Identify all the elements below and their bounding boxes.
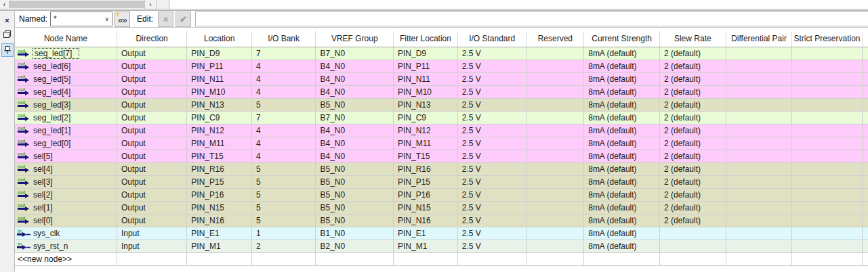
cell-strict_preservation[interactable] <box>792 227 862 240</box>
float-panel-icon[interactable] <box>2 29 12 39</box>
cell-reserved[interactable] <box>526 85 584 98</box>
cell-io_standard[interactable] <box>457 252 526 265</box>
cell-io_standard[interactable]: 2.5 V <box>457 85 526 98</box>
cell-name[interactable]: outseg_led[0] <box>15 137 117 150</box>
cell-differential_pair[interactable] <box>726 85 792 98</box>
cell-fitter_location[interactable]: PIN_N12 <box>394 124 458 137</box>
cell-io_standard[interactable]: 2.5 V <box>457 214 526 227</box>
cell-fitter_location[interactable]: PIN_N13 <box>394 98 458 111</box>
cell-io_bank[interactable]: 5 <box>251 188 316 201</box>
cell-name[interactable]: outsel[1] <box>15 201 117 214</box>
cell-fitter_location[interactable]: PIN_R16 <box>394 162 458 175</box>
cell-vref_group[interactable]: B5_N0 <box>316 214 394 227</box>
cell-io_standard[interactable]: 2.5 V <box>457 162 526 175</box>
cell-direction[interactable]: Output <box>117 175 186 188</box>
column-header-fitter_location[interactable]: Fitter Location <box>394 31 458 47</box>
cell-current_strength[interactable]: 8mA (default) <box>584 98 660 111</box>
cell-io_standard[interactable]: 2.5 V <box>457 175 526 188</box>
cell-current_strength[interactable]: 8mA (default) <box>584 240 660 252</box>
cell-strict_preservation[interactable] <box>792 201 862 214</box>
cell-differential_pair[interactable] <box>726 137 792 150</box>
cell-direction[interactable]: Output <box>117 150 186 162</box>
cell-vref_group[interactable]: B4_N0 <box>316 124 394 137</box>
scroll-left-button[interactable]: ‹ <box>0 0 9 9</box>
column-header-vref_group[interactable]: VREF Group <box>316 31 394 47</box>
cell-io_standard[interactable]: 2.5 V <box>457 201 526 214</box>
cell-location[interactable]: PIN_M10 <box>187 85 252 98</box>
cell-strict_preservation[interactable] <box>792 98 862 111</box>
cell-name[interactable]: insys_clk <box>15 227 117 240</box>
cell-vref_group[interactable]: B4_N0 <box>316 85 394 98</box>
cell-slew_rate[interactable]: 2 (default) <box>660 72 726 85</box>
cell-fitter_location[interactable]: PIN_M10 <box>394 85 458 98</box>
cell-strict_preservation[interactable] <box>792 111 862 124</box>
column-header-io_standard[interactable]: I/O Standard <box>457 31 526 47</box>
cell-io_bank[interactable]: 5 <box>251 175 316 188</box>
cell-name[interactable]: outseg_led[4] <box>15 85 117 98</box>
cell-differential_pair[interactable] <box>726 98 792 111</box>
cell-reserved[interactable] <box>526 227 584 240</box>
cell-io_standard[interactable]: 2.5 V <box>457 111 526 124</box>
column-header-name[interactable]: Node Name <box>15 31 117 47</box>
cell-differential_pair[interactable] <box>726 240 792 252</box>
cell-slew_rate[interactable] <box>660 227 726 240</box>
cell-vref_group[interactable]: B7_N0 <box>316 47 394 60</box>
cell-name[interactable]: outsel[2] <box>15 188 117 201</box>
cell-strict_preservation[interactable] <box>792 162 862 175</box>
scrollbar-thumb[interactable] <box>9 1 144 8</box>
cell-reserved[interactable] <box>526 162 584 175</box>
cell-slew_rate[interactable]: 2 (default) <box>660 150 726 162</box>
cell-name[interactable]: outsel[4] <box>15 162 117 175</box>
cell-slew_rate[interactable]: 2 (default) <box>660 60 726 72</box>
cell-slew_rate[interactable]: 2 (default) <box>660 111 726 124</box>
cell-current_strength[interactable]: 8mA (default) <box>584 162 660 175</box>
cell-current_strength[interactable]: 8mA (default) <box>584 150 660 162</box>
cell-location[interactable]: PIN_M11 <box>187 137 252 150</box>
cell-slew_rate[interactable]: 2 (default) <box>660 98 726 111</box>
cell-direction[interactable]: Output <box>117 137 186 150</box>
cell-location[interactable] <box>187 252 252 265</box>
cell-vref_group[interactable]: B5_N0 <box>316 188 394 201</box>
cell-io_standard[interactable]: 2.5 V <box>457 98 526 111</box>
cell-io_standard[interactable]: 2.5 V <box>457 188 526 201</box>
cell-differential_pair[interactable] <box>726 227 792 240</box>
cell-io_standard[interactable]: 2.5 V <box>457 137 526 150</box>
cell-differential_pair[interactable] <box>726 124 792 137</box>
cell-fitter_location[interactable]: PIN_M11 <box>394 137 458 150</box>
cell-vref_group[interactable]: B4_N0 <box>316 137 394 150</box>
cell-location[interactable]: PIN_D9 <box>187 47 252 60</box>
cell-direction[interactable]: Output <box>117 98 186 111</box>
cell-current_strength[interactable]: 8mA (default) <box>584 227 660 240</box>
cell-io_bank[interactable]: 5 <box>251 162 316 175</box>
cell-io_bank[interactable]: 2 <box>251 240 316 252</box>
cell-name[interactable]: outseg_led[3] <box>15 98 117 111</box>
cell-vref_group[interactable]: B1_N0 <box>316 227 394 240</box>
cell-strict_preservation[interactable] <box>792 252 862 265</box>
cell-direction[interactable]: Output <box>117 162 186 175</box>
cell-reserved[interactable] <box>526 252 584 265</box>
cell-differential_pair[interactable] <box>726 60 792 72</box>
cell-fitter_location[interactable]: PIN_N11 <box>394 72 458 85</box>
cell-name[interactable]: insys_rst_n <box>15 240 117 252</box>
cell-vref_group[interactable]: B5_N0 <box>316 98 394 111</box>
cell-direction[interactable]: Output <box>117 201 186 214</box>
cell-direction[interactable] <box>117 252 186 265</box>
cell-strict_preservation[interactable] <box>792 137 862 150</box>
cell-location[interactable]: PIN_P15 <box>187 175 252 188</box>
cell-fitter_location[interactable]: PIN_M1 <box>394 240 458 252</box>
cell-location[interactable]: PIN_P16 <box>187 188 252 201</box>
horizontal-scrollbar[interactable]: ‹ › <box>0 0 169 9</box>
cell-slew_rate[interactable]: 2 (default) <box>660 201 726 214</box>
cell-fitter_location[interactable]: PIN_D9 <box>394 47 458 60</box>
edit-reject-button[interactable]: × <box>158 12 173 27</box>
cell-current_strength[interactable]: 8mA (default) <box>584 85 660 98</box>
cell-vref_group[interactable]: B2_N0 <box>316 240 394 252</box>
cell-fitter_location[interactable]: PIN_N16 <box>394 214 458 227</box>
named-filter-combobox[interactable]: * ∨ <box>50 12 112 26</box>
cell-current_strength[interactable]: 8mA (default) <box>584 137 660 150</box>
cell-differential_pair[interactable] <box>726 111 792 124</box>
cell-location[interactable]: PIN_N15 <box>187 201 252 214</box>
cell-strict_preservation[interactable] <box>792 85 862 98</box>
cell-direction[interactable]: Output <box>117 47 186 60</box>
cell-location[interactable]: PIN_N12 <box>187 124 252 137</box>
